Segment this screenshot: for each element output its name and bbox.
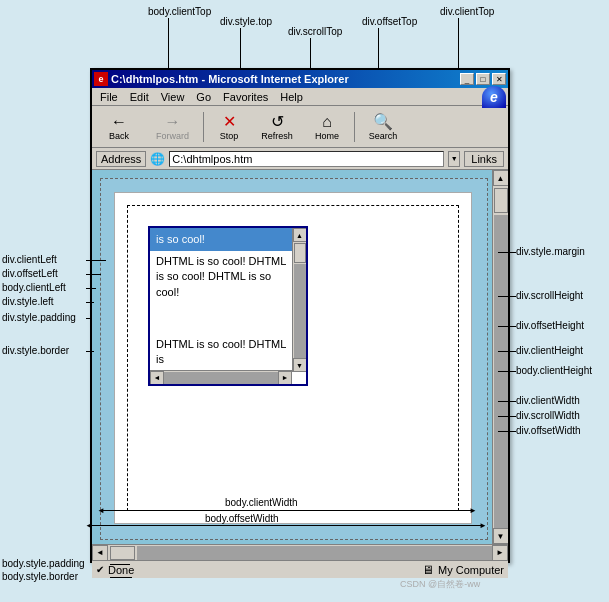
- scrollbar-horizontal[interactable]: ◄ ►: [92, 544, 508, 560]
- menu-favorites[interactable]: Favorites: [217, 90, 274, 104]
- inner-div-box: ▲ ▼ ◄ ► is so cool!: [148, 226, 308, 386]
- search-button[interactable]: 🔍 Search: [358, 108, 408, 146]
- ann-div-scroll-top: div.scrollTop: [288, 26, 342, 37]
- ann-div-client-top: div.clientTop: [440, 6, 494, 17]
- ann-body-client-top: body.clientTop: [148, 6, 211, 17]
- status-icon: ✔: [96, 564, 104, 575]
- scroll-down-arrow[interactable]: ▼: [493, 528, 509, 544]
- minimize-button[interactable]: _: [460, 73, 474, 85]
- home-button[interactable]: ⌂ Home: [303, 108, 351, 146]
- ann-body-client-height: body.clientHeight: [516, 365, 592, 376]
- ie-logo: e: [482, 86, 506, 108]
- stop-button[interactable]: ✕ Stop: [207, 108, 251, 146]
- scroll-left-arrow[interactable]: ◄: [92, 545, 108, 561]
- menu-edit[interactable]: Edit: [124, 90, 155, 104]
- menu-go[interactable]: Go: [190, 90, 217, 104]
- ann-div-client-left: div.clientLeft: [2, 254, 57, 265]
- scroll-track-v: [494, 215, 508, 528]
- close-button[interactable]: ✕: [492, 73, 506, 85]
- address-dropdown[interactable]: ▼: [448, 151, 460, 167]
- status-text: Done: [108, 564, 134, 576]
- scroll-up-arrow[interactable]: ▲: [493, 170, 509, 186]
- inner-scroll-v[interactable]: ▲ ▼: [292, 228, 306, 372]
- status-bar: ✔ Done 🖥 My Computer: [92, 560, 508, 578]
- refresh-button[interactable]: ↺ Refresh: [252, 108, 302, 146]
- ann-div-scroll-height: div.scrollHeight: [516, 290, 583, 301]
- scroll-track-h: [137, 546, 492, 560]
- watermark: CSDN @自然卷-ww: [400, 578, 480, 591]
- address-input[interactable]: C:\dhtmlpos.htm: [169, 151, 444, 167]
- address-bar: Address 🌐 C:\dhtmlpos.htm ▼ Links: [92, 148, 508, 170]
- ann-body-style-padding: body.style.padding: [2, 558, 85, 569]
- ann-div-offset-top: div.offsetTop: [362, 16, 417, 27]
- menu-view[interactable]: View: [155, 90, 191, 104]
- content-area: ▲ ▼ ◄ ► ▲ ▼: [92, 170, 508, 560]
- ann-body-client-left: body.clientLeft: [2, 282, 66, 293]
- maximize-button[interactable]: □: [476, 73, 490, 85]
- inner-scroll-h[interactable]: ◄ ►: [150, 370, 292, 384]
- ann-div-client-width: div.clientWidth: [516, 395, 580, 406]
- ann-div-style-left: div.style.left: [2, 296, 54, 307]
- ann-div-style-top: div.style.top: [220, 16, 272, 27]
- title-text: C:\dhtmlpos.htm - Microsoft Internet Exp…: [111, 73, 349, 85]
- div-content-more: DHTML is so cool! DHTML is: [150, 333, 292, 372]
- address-globe-icon: 🌐: [150, 152, 165, 166]
- scroll-thumb-v[interactable]: [494, 188, 508, 213]
- ann-div-style-border: div.style.border: [2, 345, 69, 356]
- menu-bar: File Edit View Go Favorites Help e: [92, 88, 508, 106]
- ann-body-style-border: body.style.border: [2, 571, 78, 582]
- div-content-highlighted: is so cool!: [150, 228, 292, 251]
- forward-button[interactable]: → Forward: [145, 108, 200, 146]
- div-outer-dashed: ▲ ▼ ◄ ► is so cool!: [127, 205, 459, 511]
- ann-div-offset-width: div.offsetWidth: [516, 425, 581, 436]
- ann-div-scroll-width: div.scrollWidth: [516, 410, 580, 421]
- ann-div-offset-height: div.offsetHeight: [516, 320, 584, 331]
- menu-file[interactable]: File: [94, 90, 124, 104]
- address-label: Address: [96, 151, 146, 167]
- ann-div-offset-left: div.offsetLeft: [2, 268, 58, 279]
- toolbar: ← Back → Forward ✕ Stop ↺ Refresh ⌂ Home…: [92, 106, 508, 148]
- status-computer-text: My Computer: [438, 564, 504, 576]
- menu-help[interactable]: Help: [274, 90, 309, 104]
- ann-div-style-margin: div.style.margin: [516, 246, 585, 257]
- scroll-thumb-h[interactable]: [110, 546, 135, 560]
- title-bar: e C:\dhtmlpos.htm - Microsoft Internet E…: [92, 70, 508, 88]
- ann-div-client-height: div.clientHeight: [516, 345, 583, 356]
- ann-div-style-padding: div.style.padding: [2, 312, 76, 323]
- computer-icon: 🖥: [422, 563, 434, 577]
- body-area: ▲ ▼ ◄ ► is so cool!: [114, 192, 472, 524]
- links-button[interactable]: Links: [464, 151, 504, 167]
- title-icon: e: [94, 72, 108, 86]
- back-button[interactable]: ← Back: [94, 108, 144, 146]
- browser-window: e C:\dhtmlpos.htm - Microsoft Internet E…: [90, 68, 510, 563]
- scroll-right-arrow[interactable]: ►: [492, 545, 508, 561]
- scrollbar-vertical[interactable]: ▲ ▼: [492, 170, 508, 544]
